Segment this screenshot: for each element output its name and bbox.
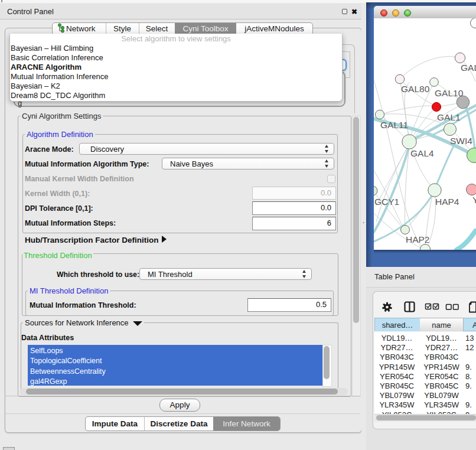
svg-text:GCY1: GCY1 (374, 197, 399, 207)
svg-text:GAL11: GAL11 (380, 120, 408, 130)
svg-text:SWI4: SWI4 (450, 136, 472, 146)
svg-text:GAL1: GAL1 (437, 112, 461, 122)
svg-text:HAP4: HAP4 (435, 197, 459, 207)
svg-text:HAP2: HAP2 (406, 234, 430, 244)
svg-text:GAL80: GAL80 (401, 84, 430, 94)
svg-text:GAL: GAL (461, 63, 476, 73)
svg-text:Y: Y (472, 195, 476, 205)
svg-text:GAL4: GAL4 (410, 148, 434, 158)
svg-text:GAL10: GAL10 (435, 88, 464, 98)
